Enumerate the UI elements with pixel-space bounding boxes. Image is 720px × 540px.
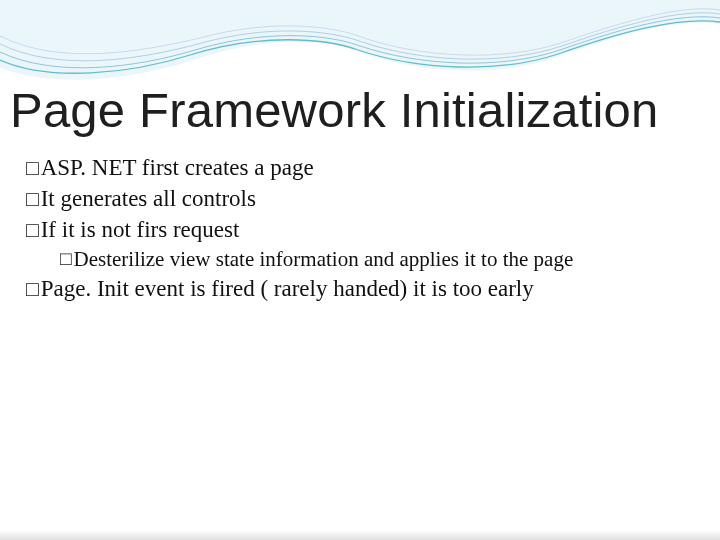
bullet-square-icon: □ — [26, 276, 39, 302]
bullet-square-icon: □ — [26, 155, 39, 181]
bullet-square-icon: □ — [26, 217, 39, 243]
content-area: □ ASP. NET first creates a page □ It gen… — [26, 154, 694, 305]
bullet-text: ASP. NET first creates a page — [41, 154, 314, 183]
bullet-text: It generates all controls — [41, 185, 256, 214]
bullet-text: If it is not firs request — [41, 216, 240, 245]
list-item: □ It generates all controls — [26, 185, 694, 214]
bottom-shadow — [0, 530, 720, 540]
list-item: □ If it is not firs request — [26, 216, 694, 245]
bullet-text: Page. Init event is fired ( rarely hande… — [41, 275, 534, 304]
page-title: Page Framework Initialization — [10, 82, 659, 138]
bullet-square-icon: □ — [26, 186, 39, 212]
bullet-square-icon: □ — [60, 247, 71, 271]
list-item: □ Desterilize view state information and… — [60, 246, 694, 272]
slide: Page Framework Initialization □ ASP. NET… — [0, 0, 720, 540]
bullet-text: Desterilize view state information and a… — [73, 246, 573, 272]
list-item: □ Page. Init event is fired ( rarely han… — [26, 275, 694, 304]
wave-decoration-icon — [0, 0, 720, 88]
list-item: □ ASP. NET first creates a page — [26, 154, 694, 183]
